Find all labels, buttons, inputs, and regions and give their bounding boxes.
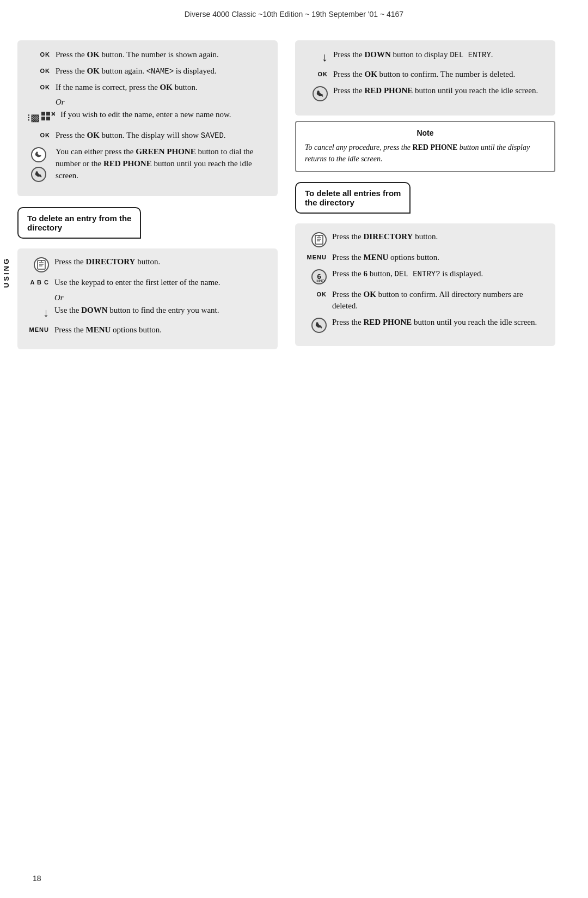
grid-icon-cell: ⁝▩	[27, 109, 55, 125]
instr-dir-1: Press the DIRECTORY button.	[54, 256, 269, 268]
instr-grid: If you wish to edit the name, enter a ne…	[60, 109, 268, 121]
instr-6mno: Press the 6 button, DEL ENTRY? is displa…	[332, 268, 547, 280]
row-dir-2: Press the DIRECTORY button.	[304, 231, 547, 247]
gray-box-right: ↓ Press the DOWN button to display DEL E…	[295, 40, 555, 116]
delete-entry-section: To delete an entry from thedirectory	[17, 207, 278, 349]
row-ok-1: OK Press the OK button. The number is sh…	[27, 49, 268, 61]
menu-key-2: MENU	[304, 252, 327, 260]
two-col-layout: OK Press the OK button. The number is sh…	[17, 40, 555, 349]
ok-key-1: OK	[27, 49, 50, 58]
note-body: To cancel any procedure, press the RED P…	[305, 142, 546, 165]
row-redphone-all: Press the RED PHONE button until you rea…	[304, 317, 547, 333]
instr-dir-2: Press the DIRECTORY button.	[332, 231, 547, 243]
directory-icon-2	[311, 232, 327, 247]
side-label-wrap: USING	[0, 218, 12, 327]
note-title: Note	[305, 129, 546, 137]
6mno-icon: 6MNO	[311, 269, 327, 284]
instr-menu-2: Press the MENU options button.	[332, 252, 547, 264]
instr-abc: Use the keypad to enter the first letter…	[54, 277, 269, 289]
header-title: Diverse 4000 Classic ~10th Edition ~ 19t…	[185, 10, 403, 19]
down-arrow-right-icon: ↓	[322, 50, 328, 64]
or-line-1: Or	[56, 98, 268, 107]
left-column: OK Press the OK button. The number is sh…	[17, 40, 278, 349]
row-grid: ⁝▩ If you wish to edit the name, enter a…	[27, 109, 268, 125]
ok-key-right: OK	[305, 69, 328, 77]
row-dir-1: Press the DIRECTORY button.	[26, 256, 269, 272]
red-phone-icon-right	[313, 86, 328, 101]
delete-all-header: To delete all entries fromthe directory	[295, 182, 411, 214]
row-greenphone: You can either press the GREEN PHONE but…	[27, 146, 268, 182]
grid-icon: ⁝▩	[27, 112, 40, 124]
ok-key-all: OK	[304, 289, 327, 298]
row-menu-1: MENU Press the MENU options button.	[26, 324, 269, 336]
instr-ok-all: Press the OK button to confirm. All dire…	[332, 289, 547, 313]
grid-icon-svg	[40, 110, 55, 125]
side-label: USING	[2, 257, 10, 288]
abc-key: A B C	[26, 277, 49, 286]
svg-rect-7	[38, 260, 45, 269]
svg-rect-0	[41, 112, 45, 116]
svg-point-17	[318, 235, 320, 236]
instr-ok-right: Press the OK button to confirm. The numb…	[333, 69, 546, 81]
red-phone-icon-bottom	[31, 167, 46, 182]
row-ok-all: OK Press the OK button to confirm. All d…	[304, 289, 547, 313]
ok-key-2: OK	[27, 65, 50, 74]
svg-rect-3	[46, 117, 50, 120]
instr-down: Use the DOWN button to find the entry yo…	[54, 305, 269, 317]
directory-icon-1	[34, 257, 49, 272]
down-icon-right: ↓	[305, 49, 328, 64]
menu-key-1: MENU	[26, 324, 49, 333]
page-header: Diverse 4000 Classic ~10th Edition ~ 19t…	[0, 0, 588, 24]
svg-rect-2	[41, 117, 45, 120]
green-phone-icon	[31, 147, 46, 162]
page-number: 18	[33, 874, 41, 883]
instr-ok-3: If the name is correct, press the OK but…	[56, 82, 268, 94]
row-menu-2: MENU Press the MENU options button.	[304, 252, 547, 264]
ok-key-saved: OK	[27, 130, 50, 138]
row-ok-saved: OK Press the OK button. The display will…	[27, 130, 268, 142]
instr-menu-1: Press the MENU options button.	[54, 324, 269, 336]
down-icon-cell: ↓	[26, 305, 49, 320]
6mno-icon-cell: 6MNO	[304, 268, 327, 284]
delete-entry-header: To delete an entry from thedirectory	[17, 207, 141, 239]
instr-redphone-right: Press the RED PHONE button until you rea…	[333, 85, 546, 97]
svg-rect-1	[46, 112, 50, 116]
delete-entry-box: Press the DIRECTORY button. A B C Use th…	[17, 248, 278, 349]
down-arrow-icon: ↓	[43, 306, 49, 320]
instr-phones: You can either press the GREEN PHONE but…	[56, 146, 268, 181]
instr-down-right: Press the DOWN button to display DEL ENT…	[333, 49, 546, 61]
row-ok-2: OK Press the OK button again. <NAME> is …	[27, 65, 268, 77]
gray-box-top: OK Press the OK button. The number is sh…	[17, 40, 278, 196]
row-down-right: ↓ Press the DOWN button to display DEL E…	[305, 49, 546, 64]
ok-key-3: OK	[27, 82, 50, 90]
redphone-icon-all	[304, 317, 327, 333]
instr-ok-saved: Press the OK button. The display will sh…	[56, 130, 268, 142]
instr-ok-1: Press the OK button. The number is shown…	[56, 49, 268, 61]
row-ok-3: OK If the name is correct, press the OK …	[27, 82, 268, 94]
green-phone-icon-cell	[27, 146, 50, 182]
instr-redphone-all: Press the RED PHONE button until you rea…	[332, 317, 547, 329]
right-column: ↓ Press the DOWN button to display DEL E…	[295, 40, 555, 349]
main-content: OK Press the OK button. The number is sh…	[17, 24, 555, 349]
row-down: ↓ Use the DOWN button to find the entry …	[26, 305, 269, 320]
row-6mno: 6MNO Press the 6 button, DEL ENTRY? is d…	[304, 268, 547, 284]
delete-entry-header-wrap: To delete an entry from thedirectory	[17, 207, 278, 239]
note-box: Note To cancel any procedure, press the …	[295, 121, 555, 172]
row-abc: A B C Use the keypad to enter the first …	[26, 277, 269, 289]
delete-all-section: To delete all entries fromthe directory	[295, 182, 555, 346]
delete-all-box: Press the DIRECTORY button. MENU Press t…	[295, 223, 555, 346]
svg-point-11	[41, 260, 42, 262]
dir-icon-cell-1	[26, 256, 49, 272]
dir-icon-cell-2	[304, 231, 327, 247]
red-phone-icon-all	[311, 318, 327, 333]
redphone-icon-right	[305, 85, 328, 101]
svg-rect-13	[315, 235, 323, 244]
instr-ok-2: Press the OK button again. <NAME> is dis…	[56, 65, 268, 77]
delete-all-header-wrap: To delete all entries fromthe directory	[295, 182, 555, 214]
row-ok-right: OK Press the OK button to confirm. The n…	[305, 69, 546, 81]
or-line-2: Or	[54, 293, 269, 302]
row-redphone-right: Press the RED PHONE button until you rea…	[305, 85, 546, 101]
